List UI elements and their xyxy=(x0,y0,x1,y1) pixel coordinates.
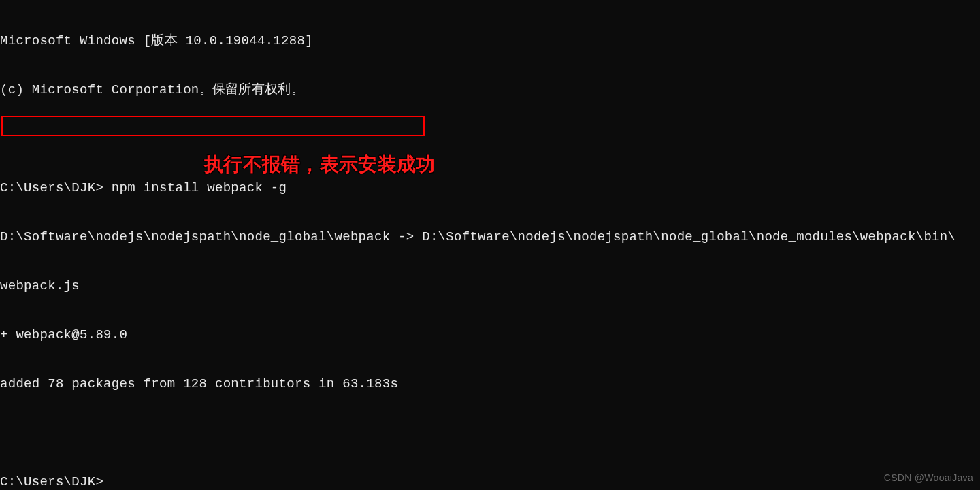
terminal-blank-line xyxy=(0,425,980,441)
terminal-prompt-line: C:\Users\DJK> npm install webpack -g xyxy=(0,180,980,196)
terminal-line: Microsoft Windows [版本 10.0.19044.1288] xyxy=(0,33,980,49)
terminal-line: webpack.js xyxy=(0,278,980,294)
terminal-line: D:\Software\nodejs\nodejspath\node_globa… xyxy=(0,229,980,245)
terminal-blank-line xyxy=(0,131,980,147)
watermark-text: CSDN @WooaiJava xyxy=(884,470,973,486)
terminal-line: added 78 packages from 128 contributors … xyxy=(0,376,980,392)
terminal-line: + webpack@5.89.0 xyxy=(0,327,980,343)
terminal-prompt-line: C:\Users\DJK> xyxy=(0,474,980,490)
annotation-text: 执行不报错，表示安装成功 xyxy=(204,157,436,173)
terminal-line: (c) Microsoft Corporation。保留所有权利。 xyxy=(0,82,980,98)
terminal-window[interactable]: Microsoft Windows [版本 10.0.19044.1288] (… xyxy=(0,0,980,490)
